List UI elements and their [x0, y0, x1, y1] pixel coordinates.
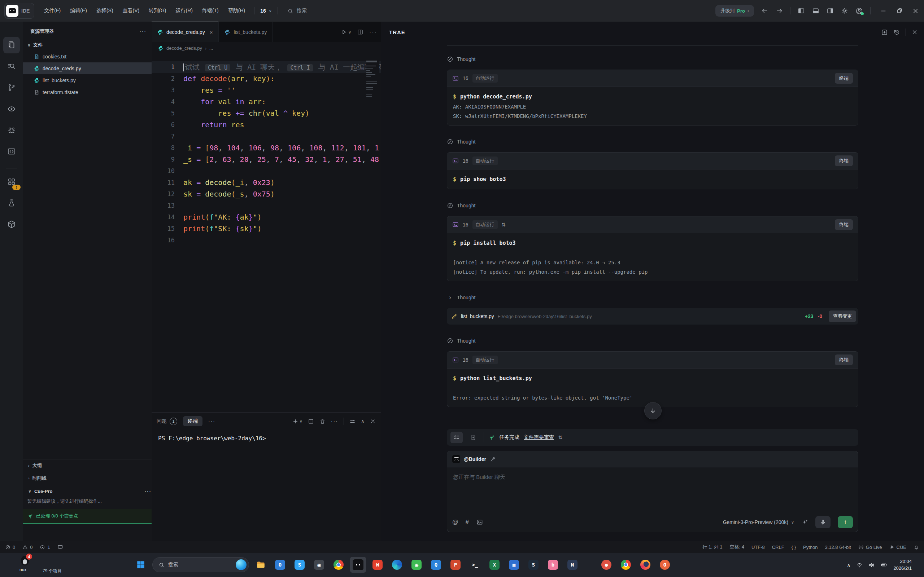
- split-terminal-icon[interactable]: [308, 418, 314, 424]
- activity-packages[interactable]: [3, 216, 20, 233]
- taskbar-app-terminal[interactable]: >_: [467, 557, 483, 573]
- taskbar-search-box[interactable]: 搜索: [152, 557, 249, 572]
- activity-ai-preview[interactable]: [3, 101, 20, 117]
- workspace-switcher[interactable]: 16 ∨: [260, 8, 272, 14]
- menu-item-2[interactable]: 选择(S): [92, 5, 118, 16]
- taskbar-app-outlook[interactable]: O: [272, 557, 288, 573]
- builder-agent-label[interactable]: @Builder: [464, 456, 486, 462]
- taskbar-app-wps[interactable]: W: [370, 557, 386, 573]
- activity-debug[interactable]: [3, 122, 20, 139]
- thought-row[interactable]: ›Thought: [447, 293, 858, 302]
- restore-window-icon[interactable]: [896, 8, 903, 14]
- tab-decode_creds.py[interactable]: decode_creds.py×: [152, 22, 219, 42]
- code-line-1[interactable]: 1试试 Ctrl U 与 AI 聊天， Ctrl I 与 AI 一起编写代码: [152, 61, 381, 73]
- tab-terminal[interactable]: 终端: [183, 416, 202, 426]
- context-hash-icon[interactable]: #: [465, 519, 469, 526]
- language-mode[interactable]: Python: [803, 545, 817, 550]
- model-selector[interactable]: Gemini-3-Pro-Preview (200k) ∨: [723, 519, 794, 525]
- taskbar-app-steam[interactable]: S: [525, 557, 541, 573]
- history-icon[interactable]: [893, 29, 900, 36]
- activity-extensions[interactable]: !: [3, 174, 20, 190]
- files-section-header[interactable]: ∨ 文件: [23, 39, 152, 50]
- wifi-icon[interactable]: [856, 562, 863, 568]
- run-python-file-button[interactable]: ∨: [341, 29, 351, 35]
- file-item-list_buckets.py[interactable]: list_buckets.py: [23, 74, 152, 86]
- taskbar-app-ai-red[interactable]: ●: [598, 557, 614, 573]
- forward-arrow-icon[interactable]: [775, 7, 783, 15]
- activity-source-control[interactable]: [3, 79, 20, 96]
- screen-share-icon[interactable]: [57, 544, 63, 550]
- open-terminal-button[interactable]: 终端: [835, 219, 853, 230]
- trash-icon[interactable]: [320, 418, 326, 424]
- chat-input[interactable]: 您正在与 Builder 聊天: [447, 467, 858, 487]
- account-avatar-icon[interactable]: [855, 7, 863, 15]
- minimap-slider[interactable]: [366, 61, 377, 62]
- new-terminal-icon[interactable]: ∨: [292, 418, 302, 424]
- code-line-3[interactable]: 3 res = '': [152, 84, 381, 96]
- volume-icon[interactable]: [868, 562, 875, 568]
- code-line-10[interactable]: 10: [152, 165, 381, 177]
- menu-item-3[interactable]: 查看(V): [118, 5, 144, 16]
- files-report-button[interactable]: [467, 432, 479, 443]
- more-actions-icon[interactable]: ···: [145, 488, 152, 494]
- code-line-13[interactable]: 13: [152, 200, 381, 211]
- python-interpreter[interactable]: 3.12.8 64-bit: [825, 545, 851, 550]
- task-list-button[interactable]: [451, 432, 463, 443]
- taskbar-app-excel[interactable]: X: [486, 557, 502, 573]
- global-search[interactable]: 搜索: [287, 8, 307, 14]
- file-item-terraform.tfstate[interactable]: terraform.tfstate: [23, 86, 152, 98]
- toggle-right-panel-icon[interactable]: [827, 7, 834, 15]
- code-line-15[interactable]: 15print(f"SK: {sk}"): [152, 223, 381, 234]
- taskbar-app-firefox[interactable]: [637, 557, 653, 573]
- taskbar-app-trae-ide[interactable]: [350, 557, 366, 573]
- file-change-row[interactable]: list_buckets.pyF:\edge browser\web-2day\…: [447, 308, 858, 324]
- activity-ai-chat[interactable]: [3, 143, 20, 160]
- scroll-to-bottom-button[interactable]: [644, 402, 662, 419]
- menu-item-0[interactable]: 文件(F): [39, 5, 65, 16]
- indentation-setting[interactable]: 空格: 4: [729, 544, 744, 550]
- minimap[interactable]: [366, 59, 380, 100]
- minimize-icon[interactable]: [880, 8, 887, 15]
- code-line-14[interactable]: 14print(f"AK: {ak}"): [152, 211, 381, 223]
- taskbar-app-opera[interactable]: O: [657, 557, 673, 573]
- more-actions-icon[interactable]: ···: [331, 418, 338, 424]
- show-desktop-button[interactable]: [919, 556, 921, 574]
- errors-indicator[interactable]: 0: [5, 545, 15, 550]
- code-line-8[interactable]: 8_i = [98, 104, 106, 98, 106, 108, 112, …: [152, 142, 381, 154]
- taskbar-app-copilot[interactable]: [618, 557, 634, 573]
- thought-row[interactable]: Thought: [447, 336, 858, 345]
- go-live-button[interactable]: Go Live: [858, 545, 882, 550]
- attach-image-icon[interactable]: [476, 519, 483, 526]
- start-button[interactable]: [133, 557, 149, 573]
- alerts-indicator[interactable]: 1: [40, 545, 50, 550]
- battery-icon[interactable]: [881, 561, 888, 568]
- thought-row[interactable]: Thought: [447, 137, 858, 147]
- auto-sparkle-icon[interactable]: [801, 519, 808, 526]
- mention-icon[interactable]: @: [452, 519, 459, 526]
- app-logo-pill[interactable]: IDE: [4, 3, 34, 19]
- terminal-prompt[interactable]: PS F:\edge browser\web-2day\16>: [158, 435, 381, 442]
- activity-test-lab[interactable]: [3, 195, 20, 211]
- expand-status-icon[interactable]: ⇅: [558, 435, 563, 440]
- code-line-5[interactable]: 5 res += chr(val ^ key): [152, 108, 381, 119]
- more-actions-icon[interactable]: ···: [369, 29, 377, 35]
- clock[interactable]: 20:04 2026/2/1: [893, 558, 912, 571]
- timeline-section[interactable]: ›时间线: [23, 472, 157, 484]
- back-arrow-icon[interactable]: [761, 7, 769, 15]
- taskbar-app-bilibili[interactable]: b: [545, 557, 561, 573]
- taskbar-app-edge[interactable]: [389, 557, 405, 573]
- send-button[interactable]: ↑: [838, 516, 853, 528]
- taskbar-app-app-navy[interactable]: N: [564, 557, 580, 573]
- gear-icon[interactable]: [841, 7, 848, 15]
- maximize-panel-icon[interactable]: ∧: [361, 418, 365, 424]
- taskbar-app-qq[interactable]: Q: [428, 557, 444, 573]
- taskbar-app-file-explorer[interactable]: [253, 557, 268, 573]
- menu-item-5[interactable]: 运行(R): [171, 5, 197, 16]
- open-terminal-button[interactable]: 终端: [835, 155, 853, 166]
- split-editor-icon[interactable]: [357, 29, 363, 35]
- close-window-icon[interactable]: [912, 8, 919, 15]
- taskbar-app-obs[interactable]: ◉: [311, 557, 327, 573]
- bell-icon[interactable]: [914, 545, 919, 550]
- upgrade-pro-button[interactable]: 升级到 Pro ›: [716, 5, 754, 16]
- tab-problems[interactable]: 问题 1: [157, 417, 177, 425]
